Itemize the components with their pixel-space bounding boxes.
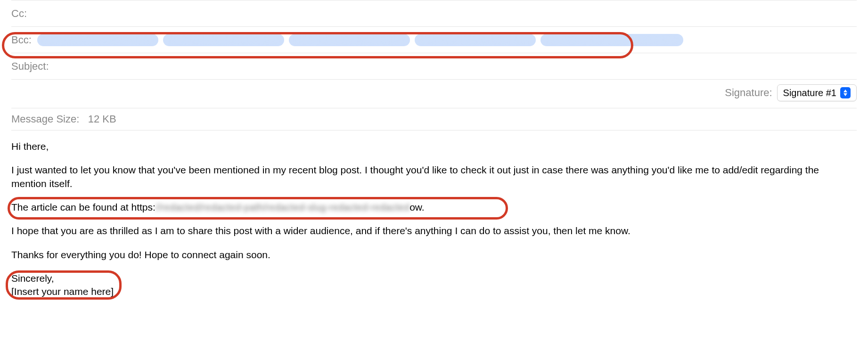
signature-label: Signature: (725, 87, 772, 99)
article-line: The article can be found at https://reda… (11, 201, 857, 214)
bcc-chip[interactable]: info@redacted-d.example (415, 34, 536, 46)
article-url-redacted: //redacted/redacted-path/redacted-slug-r… (156, 202, 409, 212)
bcc-chip[interactable]: redacted@redacted-e.example (540, 34, 683, 46)
message-size-label: Message Size: (11, 113, 79, 125)
bcc-chips: info@redacted-a.example info@redacted-b.… (37, 34, 683, 46)
bcc-row[interactable]: Bcc: info@redacted-a.example info@redact… (11, 26, 857, 53)
article-prefix: The article can be found at https: (11, 202, 156, 212)
signature-selected: Signature #1 (783, 88, 836, 98)
body-para: Thanks for everything you do! Hope to co… (11, 248, 857, 261)
message-size-value: 12 KB (88, 113, 116, 125)
cc-label: Cc: (11, 8, 27, 20)
body-para: I just wanted to let you know that you'v… (11, 163, 857, 190)
cc-row[interactable]: Cc: (11, 0, 857, 26)
bcc-chip[interactable]: info@redacted-a.example (37, 34, 158, 46)
message-size-row: Message Size: 12 KB (11, 108, 857, 131)
greeting: Hi there, (11, 140, 857, 153)
name-placeholder: [Insert your name here] (11, 285, 857, 298)
bcc-label: Bcc: (11, 34, 32, 46)
signature-select[interactable]: Signature #1 (777, 84, 857, 101)
body-para: I hope that you are as thrilled as I am … (11, 224, 857, 237)
subject-row[interactable]: Subject: (11, 53, 857, 79)
subject-label: Subject: (11, 60, 49, 73)
email-body[interactable]: Hi there, I just wanted to let you know … (11, 131, 857, 318)
article-suffix: ow. (409, 202, 425, 212)
bcc-chip[interactable]: info@redacted-c.example (289, 34, 409, 46)
bcc-chip[interactable]: info@redacted-b.example (163, 34, 284, 46)
closing-line: Sincerely, (11, 272, 857, 285)
updown-icon (840, 87, 851, 98)
signature-row: Signature: Signature #1 (11, 79, 857, 108)
